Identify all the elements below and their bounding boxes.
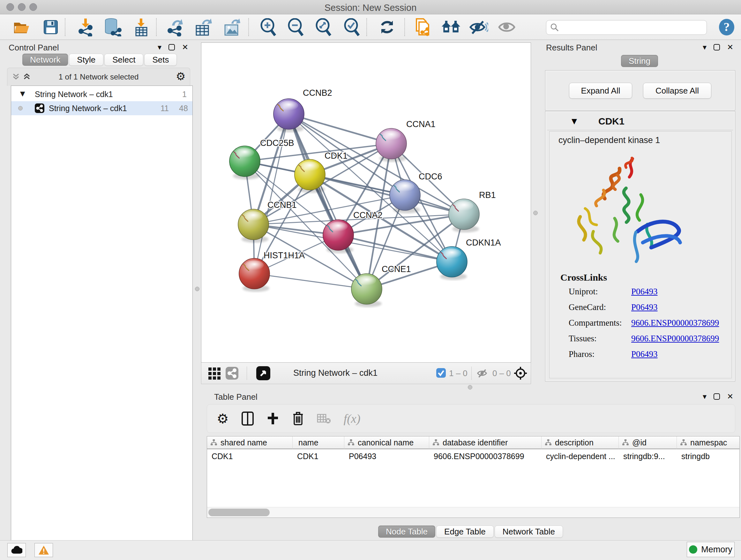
help-button[interactable]: ? [718,18,735,36]
column-header--id[interactable]: @id [619,436,677,449]
tab-string[interactable]: String [621,55,658,67]
panel-float-icon[interactable] [714,44,720,51]
crosslink-value-link[interactable]: P06493 [631,287,658,297]
network-badge-icon[interactable] [226,367,239,380]
panel-float-icon[interactable] [714,393,720,400]
show-columns-icon[interactable] [242,412,254,426]
table-cell[interactable]: 9606.ENSP00000378699 [429,450,542,462]
table-panel-window-buttons: ▾ ✕ [703,393,733,400]
protein-structure-image[interactable] [565,149,690,267]
export-network-button[interactable] [165,17,185,37]
search-input[interactable] [559,22,697,33]
crosslink-value-link[interactable]: 9606.ENSP00000378699 [631,334,719,344]
tab-network[interactable]: Network [22,54,68,66]
panel-menu-icon[interactable]: ▾ [703,393,706,400]
tab-edge-table[interactable]: Edge Table [436,525,494,538]
crosslink-value-link[interactable]: P06493 [631,302,658,312]
zoom-out-button[interactable] [286,17,306,37]
crosslinks-list: Uniprot:P06493GeneCard:P06493Compartment… [569,287,728,365]
warning-status-button[interactable] [35,543,53,557]
node-CDKN1A[interactable]: CDKN1A [436,238,501,280]
edge-CCNB2-CCNA1[interactable] [289,114,391,144]
left-splitter-handle[interactable] [195,287,199,291]
panel-close-icon[interactable]: ✕ [727,44,733,51]
import-table-button[interactable] [131,17,151,37]
table-horizontal-scrollbar[interactable] [207,507,739,517]
node-label-CCNB2: CCNB2 [303,88,332,98]
node-HIST1H1A[interactable]: HIST1H1A [239,251,305,292]
panel-menu-icon[interactable]: ▾ [703,44,706,51]
panel-menu-icon[interactable]: ▾ [158,44,161,51]
collapse-section-icon[interactable]: ▼ [571,117,577,125]
duplicate-network-button[interactable] [413,17,432,37]
column-header-description[interactable]: description [542,436,619,449]
column-header-canonical-name[interactable]: canonical name [344,436,429,449]
delete-column-trash-icon[interactable] [292,411,304,426]
node-CCNA1[interactable]: CCNA1 [376,119,435,162]
node-CCNB2[interactable]: CCNB2 [273,88,332,132]
network-options-gear-icon[interactable]: ⚙ [176,70,185,83]
fit-selection-crosshair-icon[interactable] [514,366,528,380]
network-row[interactable]: String Network – cdk1 11 48 [11,101,192,115]
import-network-database-button[interactable] [103,17,123,37]
node-table[interactable]: shared nameCDK1nameCDK1canonical nameP06… [207,436,740,518]
column-header-namespac[interactable]: namespac [677,436,740,449]
right-splitter-handle[interactable] [533,211,538,215]
zoom-fit-button[interactable] [314,17,333,37]
edge-CCNB2-HIST1H1A[interactable] [254,114,289,273]
tab-node-table[interactable]: Node Table [378,525,435,538]
cytoscape-window: Session: New Session [0,0,741,560]
expand-all-button[interactable]: Expand All [569,83,632,99]
tab-style[interactable]: Style [69,54,104,66]
panel-close-icon[interactable]: ✕ [182,44,188,51]
crosslink-value-link[interactable]: P06493 [631,349,658,359]
zoom-selected-button[interactable] [342,17,362,37]
export-image-button[interactable] [222,17,242,37]
node-CCNB1[interactable]: CCNB1 [238,200,297,243]
collapse-all-button[interactable]: Collapse All [643,83,711,99]
table-cell[interactable]: stringdb [677,450,740,462]
table-cell[interactable]: CDK1 [207,450,293,462]
hide-selected-button[interactable] [469,17,488,37]
selected-checkbox[interactable] [436,368,446,378]
network-collection-row[interactable]: ▼ String Network – cdk1 1 [11,88,192,101]
refresh-view-button[interactable] [377,17,397,37]
table-cell[interactable]: cyclin-dependent ... [542,450,619,462]
memory-button[interactable]: Memory [687,542,735,557]
crosslink-value-link[interactable]: 9606.ENSP00000378699 [631,318,719,328]
export-table-button[interactable] [193,17,213,37]
protein-section-header[interactable]: ▼ CDK1 [547,113,733,130]
cloud-status-button[interactable] [7,543,26,557]
birds-eye-view-icon[interactable] [256,366,270,380]
edge-CCNA2-CDKN1A[interactable] [338,235,452,262]
open-session-button[interactable] [12,17,32,37]
network-canvas[interactable]: CCNB2CCNA1CDC25BCDK1CDC6RB1CCNB1CCNA2CDK… [201,43,531,363]
import-network-file-button[interactable] [76,17,96,37]
show-all-button[interactable] [497,17,517,37]
scrollbar-thumb[interactable] [208,509,270,516]
warning-icon [38,545,49,555]
tab-network-table[interactable]: Network Table [495,525,563,538]
zoom-in-button[interactable] [259,17,278,37]
node-CCNE1[interactable]: CCNE1 [351,264,411,307]
node-label-HIST1H1A: HIST1H1A [264,251,305,260]
create-column-icon[interactable] [266,412,279,425]
node-RB1[interactable]: RB1 [449,190,496,233]
edge-HIST1H1A-CCNE1[interactable] [254,273,367,289]
column-header-shared-name[interactable]: shared name [207,436,293,449]
panel-float-icon[interactable] [169,44,175,51]
table-cell[interactable]: stringdb:9... [619,450,677,462]
table-tabs: Node TableEdge TableNetwork Table [378,525,563,538]
home-view-button[interactable] [441,17,461,37]
grid-view-icon[interactable] [208,368,220,380]
table-settings-gear-icon[interactable]: ⚙ [217,411,229,427]
tab-select[interactable]: Select [105,54,143,66]
column-header-database-identifier[interactable]: database identifier [429,436,542,449]
horizontal-splitter-handle[interactable] [468,385,472,389]
save-session-button[interactable] [41,17,61,37]
column-header-name[interactable]: name [293,436,344,449]
panel-close-icon[interactable]: ✕ [727,393,733,400]
table-cell[interactable]: P06493 [344,450,429,462]
table-cell[interactable]: CDK1 [293,450,344,462]
tab-sets[interactable]: Sets [144,54,177,66]
